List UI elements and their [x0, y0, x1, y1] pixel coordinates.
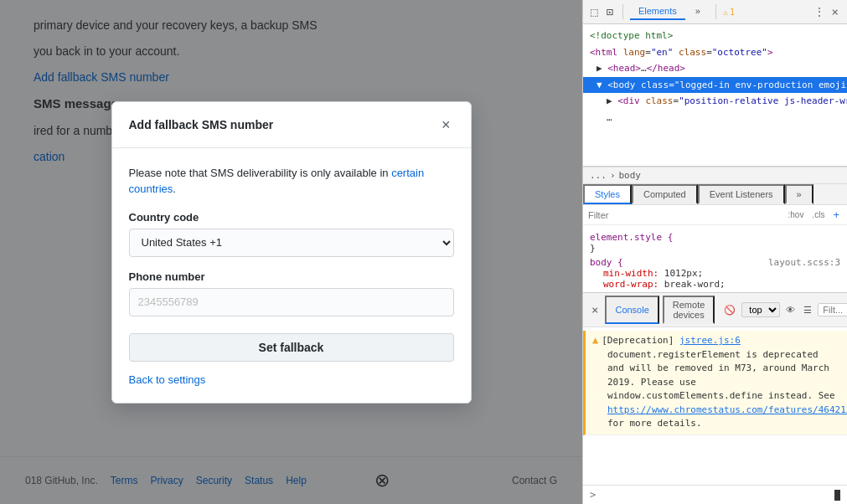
console-tab-console[interactable]: Console: [605, 296, 658, 324]
more-tabs-btn[interactable]: »: [687, 3, 709, 20]
cls-filter-btn[interactable]: .cls: [809, 209, 827, 220]
inspect-icon[interactable]: ⬚: [588, 3, 600, 20]
warning-triangle-icon: ⚠: [723, 8, 728, 17]
country-code-label: Country code: [129, 211, 454, 224]
styles-tab-bar: Styles Computed Event Listeners »: [583, 184, 847, 205]
console-message-deprecation: ▲ [Deprecation] jstree.js:6 document.reg…: [583, 331, 847, 435]
styles-tab-styles[interactable]: Styles: [583, 184, 632, 204]
console-input[interactable]: [599, 490, 831, 501]
phone-number-input[interactable]: [129, 288, 454, 316]
devtools-toolbar: ⬚ ⊡ Elements » ⚠ 1 ⋮ ×: [583, 0, 847, 24]
more-options-icon[interactable]: ⋮: [813, 5, 825, 18]
add-style-btn[interactable]: +: [830, 208, 842, 222]
console-prompt-icon: >: [590, 489, 596, 501]
console-area: × Console Remote devices 🚫 top 👁 ☰ ⚙: [583, 293, 847, 504]
devtools-tab-bar: Elements »: [630, 3, 709, 20]
console-message-body: document.registerElement is deprecated a…: [592, 348, 840, 431]
styles-filter-bar: :hov .cls +: [583, 205, 847, 225]
console-input-area: >: [583, 485, 847, 504]
modal-title: Add fallback SMS number: [129, 118, 274, 131]
devtools-close-icon[interactable]: ×: [829, 3, 842, 20]
toolbar-separator-2: [715, 4, 716, 19]
context-select[interactable]: top: [741, 302, 780, 317]
console-tab-remote[interactable]: Remote devices: [663, 296, 715, 324]
html-line-doctype: <!doctype html>: [583, 28, 847, 44]
console-toolbar: × Console Remote devices 🚫 top 👁 ☰ ⚙: [583, 293, 847, 327]
styles-filter-input[interactable]: [588, 210, 782, 220]
console-message-text: [Deprecation] jstree.js:6: [602, 334, 741, 348]
html-line-dots: …: [583, 110, 847, 126]
html-line-div[interactable]: ▶ <div class="position-relative js-heade…: [583, 93, 847, 110]
warning-icon: ▲: [592, 334, 598, 348]
chromestatus-link[interactable]: https://www.chromestatus.com/features/46…: [607, 404, 847, 415]
html-line-body[interactable]: ▼ <body class="logged-in env-production …: [583, 77, 847, 94]
html-line-html[interactable]: <html lang="en" class="octotree">: [583, 44, 847, 61]
styles-content: element.style { } body { layout.scss:3 m…: [583, 225, 847, 293]
console-messages: ▲ [Deprecation] jstree.js:6 document.reg…: [583, 327, 847, 485]
styles-tab-event-listeners[interactable]: Event Listeners: [698, 184, 785, 204]
country-code-group: Country code United States +1: [129, 211, 454, 257]
console-cursor: [834, 490, 840, 501]
styles-tab-computed[interactable]: Computed: [632, 184, 698, 204]
word-wrap-prop: word-wrap: break-word;: [590, 279, 840, 290]
eye-icon[interactable]: 👁: [783, 304, 798, 316]
elements-tab[interactable]: Elements: [630, 3, 685, 20]
device-icon[interactable]: ⊡: [603, 3, 615, 20]
set-fallback-button[interactable]: Set fallback: [129, 333, 454, 362]
element-style-rule: element.style { }: [590, 232, 840, 254]
breadcrumb-dots: ...: [590, 170, 607, 181]
console-tab-bar: Console Remote devices: [605, 296, 715, 324]
devtools-panel: ⬚ ⊡ Elements » ⚠ 1 ⋮ × <!doctype html> <…: [582, 0, 847, 504]
page-background: primary device and your recovery keys, a…: [0, 0, 582, 504]
warning-badge: ⚠ 1: [723, 8, 735, 17]
html-line-head[interactable]: ▶ <head>…</head>: [583, 60, 847, 77]
back-to-settings-link[interactable]: Back to settings: [129, 373, 454, 386]
body-rule: body { layout.scss:3 min-width: 1012px; …: [590, 257, 840, 290]
phone-number-group: Phone number: [129, 270, 454, 316]
ban-icon[interactable]: 🚫: [721, 304, 738, 316]
warning-count: 1: [730, 8, 735, 17]
body-selector: body { layout.scss:3: [590, 257, 840, 268]
modal-header: Add fallback SMS number ×: [112, 102, 471, 148]
breadcrumb: ... › body: [583, 167, 847, 184]
country-code-select[interactable]: United States +1: [129, 229, 454, 257]
modal-dialog: Add fallback SMS number × Please note th…: [111, 101, 472, 404]
console-close-icon[interactable]: ×: [588, 301, 602, 318]
console-filter-input[interactable]: [818, 303, 847, 316]
filter-icon[interactable]: ☰: [801, 304, 814, 316]
hov-filter-btn[interactable]: :hov: [786, 209, 807, 220]
console-message-top: ▲ [Deprecation] jstree.js:6: [592, 334, 840, 348]
styles-area: Styles Computed Event Listeners » :hov .…: [583, 184, 847, 293]
breadcrumb-body: body: [619, 170, 642, 181]
toolbar-separator: [622, 4, 623, 19]
modal-note: Please note that SMS deliverability is o…: [129, 165, 454, 198]
breadcrumb-separator: ›: [610, 170, 616, 181]
element-style-selector: element.style {: [590, 232, 840, 243]
modal-close-button[interactable]: ×: [438, 116, 454, 134]
element-style-close: }: [590, 243, 840, 254]
jstree-source[interactable]: jstree.js:6: [679, 335, 741, 346]
modal-backdrop: Add fallback SMS number × Please note th…: [0, 0, 582, 504]
console-controls: 🚫 top 👁 ☰ ⚙: [721, 302, 847, 317]
modal-body: Please note that SMS deliverability is o…: [112, 148, 471, 403]
phone-number-label: Phone number: [129, 270, 454, 283]
min-width-prop: min-width: 1012px;: [590, 268, 840, 279]
elements-panel[interactable]: <!doctype html> <html lang="en" class="o…: [583, 24, 847, 167]
styles-tab-more[interactable]: »: [785, 184, 813, 204]
